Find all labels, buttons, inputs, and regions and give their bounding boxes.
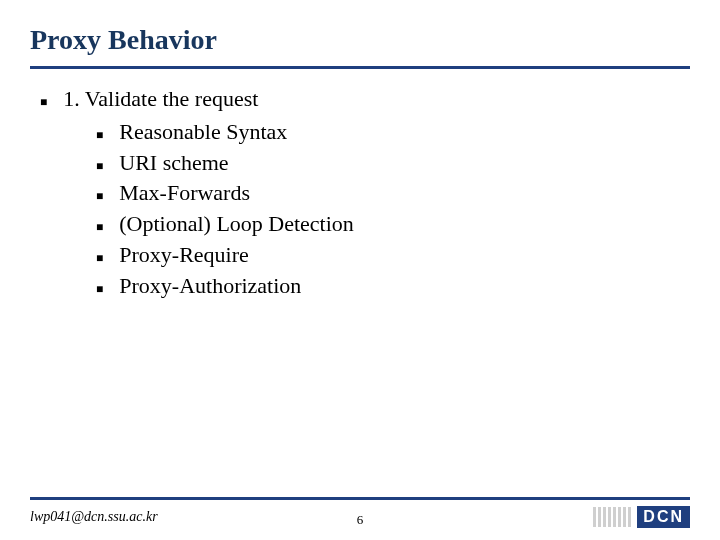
list-item: ■ Proxy-Authorization <box>96 271 670 302</box>
list-item-text: URI scheme <box>119 148 228 179</box>
list-item-text: Reasonable Syntax <box>119 117 287 148</box>
list-item-text: 1. Validate the request <box>63 84 258 115</box>
footer-email: lwp041@dcn.ssu.ac.kr <box>30 509 158 525</box>
slide-title: Proxy Behavior <box>30 24 217 56</box>
sub-list: ■ Reasonable Syntax ■ URI scheme ■ Max-F… <box>96 117 670 302</box>
square-bullet-icon: ■ <box>96 281 103 302</box>
logo: DCN <box>593 506 690 528</box>
list-item-text: Proxy-Require <box>119 240 249 271</box>
logo-bars-icon <box>593 507 631 527</box>
square-bullet-icon: ■ <box>96 127 103 148</box>
square-bullet-icon: ■ <box>96 188 103 209</box>
title-underline <box>30 66 690 69</box>
list-item-text: (Optional) Loop Detection <box>119 209 354 240</box>
logo-text: DCN <box>637 506 690 528</box>
content-area: ■ 1. Validate the request ■ Reasonable S… <box>40 84 670 302</box>
square-bullet-icon: ■ <box>96 219 103 240</box>
square-bullet-icon: ■ <box>96 250 103 271</box>
page-number: 6 <box>357 512 364 528</box>
list-item: ■ URI scheme <box>96 148 670 179</box>
list-item-text: Max-Forwards <box>119 178 250 209</box>
list-item: ■ Proxy-Require <box>96 240 670 271</box>
square-bullet-icon: ■ <box>96 158 103 179</box>
footer-rule <box>30 497 690 500</box>
list-item-text: Proxy-Authorization <box>119 271 301 302</box>
list-item: ■ (Optional) Loop Detection <box>96 209 670 240</box>
list-item: ■ Reasonable Syntax <box>96 117 670 148</box>
list-item: ■ Max-Forwards <box>96 178 670 209</box>
square-bullet-icon: ■ <box>40 94 47 115</box>
slide: Proxy Behavior ■ 1. Validate the request… <box>0 0 720 540</box>
list-item: ■ 1. Validate the request <box>40 84 670 115</box>
